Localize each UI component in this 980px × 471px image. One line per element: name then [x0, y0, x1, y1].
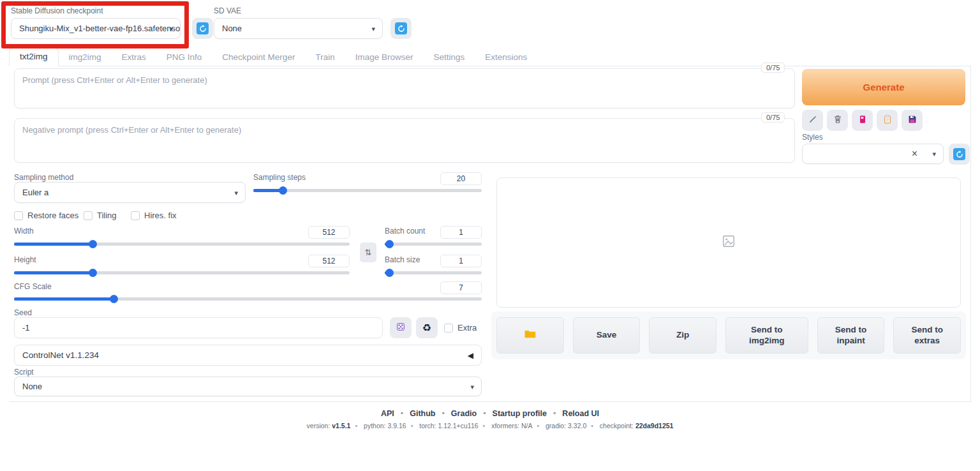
tab-extras[interactable]: Extras: [112, 49, 156, 66]
extra-networks-button[interactable]: [852, 110, 873, 131]
reuse-seed-button[interactable]: ♻: [416, 317, 438, 338]
slider-fill: [14, 271, 93, 274]
seed-input[interactable]: [14, 317, 383, 338]
bullet-separator: •: [591, 422, 593, 430]
swap-width-height-button[interactable]: ⇅: [360, 243, 376, 262]
batch-count-slider[interactable]: [385, 240, 482, 248]
bullet-separator: •: [483, 422, 486, 430]
hires-fix-label: Hires. fix: [144, 211, 177, 220]
slider-thumb[interactable]: [110, 295, 118, 303]
checkpoint-hash-value: 22da9d1251: [635, 422, 674, 430]
tab-txt2img[interactable]: txt2img: [9, 47, 59, 66]
refresh-styles-button[interactable]: [949, 144, 970, 165]
gradio-value: 3.32.0: [568, 422, 586, 430]
tiling-label: Tiling: [97, 211, 117, 220]
send-to-img2img-button[interactable]: Send to img2img: [725, 317, 808, 354]
negative-prompt-token-counter: 0/75: [761, 112, 785, 123]
clear-prompt-button[interactable]: [827, 110, 848, 131]
batch-size-input[interactable]: [440, 255, 482, 267]
dice-icon: [396, 322, 406, 334]
bullet-separator: •: [401, 409, 403, 418]
read-generation-params-button[interactable]: [802, 110, 823, 131]
card-icon: [858, 114, 868, 127]
recycle-icon: ♻: [422, 323, 431, 333]
tab-img2img[interactable]: img2img: [59, 49, 112, 66]
seed-extra-checkbox[interactable]: [444, 324, 453, 333]
sd-webui-page: Stable Diffusion checkpoint Shungiku-Mix…: [0, 0, 980, 471]
tab-checkpoint-merger[interactable]: Checkpoint Merger: [212, 49, 305, 66]
cfg-scale-slider[interactable]: [14, 295, 482, 303]
tab-extensions[interactable]: Extensions: [475, 49, 537, 66]
footer-link-reload-ui[interactable]: Reload UI: [562, 409, 599, 418]
sampling-method-value: Euler a: [22, 188, 48, 197]
batch-size-label: Batch size: [385, 255, 420, 264]
footer-link-startup-profile[interactable]: Startup profile: [493, 409, 547, 418]
tab-settings[interactable]: Settings: [423, 49, 475, 66]
apply-styles-button[interactable]: [877, 110, 898, 131]
vae-value: None: [222, 24, 242, 33]
zip-button[interactable]: Zip: [649, 317, 716, 354]
chevron-down-icon: ▾: [371, 24, 375, 33]
negative-prompt-input[interactable]: [14, 118, 795, 163]
cfg-scale-input[interactable]: [440, 281, 482, 294]
torch-value: 1.12.1+cu116: [438, 422, 478, 430]
send-to-extras-button[interactable]: Send to extras: [893, 317, 961, 354]
chevron-left-icon: ◀: [468, 351, 473, 360]
tiling-option: Tiling: [84, 211, 117, 220]
clear-styles-icon[interactable]: ×: [912, 148, 917, 160]
version-label: version:: [307, 422, 330, 430]
xformers-label: xformers:: [491, 422, 519, 430]
footer-link-github[interactable]: Github: [410, 409, 435, 418]
random-seed-button[interactable]: [390, 317, 412, 338]
styles-dropdown[interactable]: × ▾: [802, 144, 944, 164]
python-value: 3.9.16: [387, 422, 406, 430]
tab-train[interactable]: Train: [305, 49, 345, 66]
refresh-vae-button[interactable]: [390, 18, 412, 39]
sampling-steps-input[interactable]: [440, 172, 482, 185]
slider-thumb[interactable]: [89, 269, 97, 277]
batch-size-slider[interactable]: [385, 269, 482, 277]
tab-image-browser[interactable]: Image Browser: [345, 49, 424, 66]
vae-label: SD VAE: [214, 6, 241, 15]
height-input[interactable]: [308, 255, 350, 267]
slider-thumb[interactable]: [279, 186, 287, 195]
save-style-button[interactable]: [902, 110, 923, 131]
tiling-checkbox[interactable]: [84, 211, 93, 220]
slider-thumb[interactable]: [385, 240, 394, 248]
height-slider[interactable]: [14, 269, 350, 277]
restore-faces-checkbox[interactable]: [14, 211, 23, 220]
slider-thumb[interactable]: [385, 269, 394, 277]
hires-fix-checkbox[interactable]: [131, 211, 140, 220]
width-slider[interactable]: [14, 240, 350, 248]
prompt-input[interactable]: [14, 68, 795, 108]
generate-button[interactable]: Generate: [802, 69, 965, 105]
vae-dropdown[interactable]: None ▾: [214, 18, 383, 39]
sampling-steps-slider[interactable]: [253, 186, 482, 195]
footer-link-gradio[interactable]: Gradio: [451, 409, 477, 418]
seed-extra-option: Extra: [444, 323, 477, 333]
clipboard-icon: [882, 114, 893, 127]
refresh-checkpoint-button[interactable]: [192, 18, 213, 39]
output-gallery[interactable]: [496, 177, 961, 308]
slider-thumb[interactable]: [89, 240, 97, 248]
script-label: Script: [14, 368, 34, 377]
checkpoint-dropdown[interactable]: Shungiku-Mix_v1-better-vae-fp16.safetens…: [11, 18, 181, 39]
checkpoint-value: Shungiku-Mix_v1-better-vae-fp16.safetens…: [19, 24, 181, 33]
python-label: python:: [364, 422, 385, 430]
send-to-inpaint-button[interactable]: Send to inpaint: [817, 317, 885, 354]
batch-count-input[interactable]: [440, 226, 482, 239]
footer: API•Github•Gradio•Startup profile•Reload…: [0, 409, 980, 430]
tab-png-info[interactable]: PNG Info: [156, 49, 212, 66]
slider-fill: [14, 243, 93, 246]
footer-link-api[interactable]: API: [381, 409, 394, 418]
footer-links: API•Github•Gradio•Startup profile•Reload…: [0, 409, 980, 418]
bullet-separator: •: [355, 422, 357, 430]
refresh-icon: [953, 148, 965, 160]
open-folder-button[interactable]: [496, 317, 564, 354]
save-button[interactable]: Save: [573, 317, 641, 354]
script-dropdown[interactable]: None ▾: [14, 377, 482, 396]
controlnet-accordion[interactable]: ControlNet v1.1.234 ◀: [14, 345, 482, 366]
sampling-method-dropdown[interactable]: Euler a ▾: [14, 182, 246, 203]
restore-faces-label: Restore faces: [27, 211, 78, 220]
width-input[interactable]: [308, 226, 350, 239]
